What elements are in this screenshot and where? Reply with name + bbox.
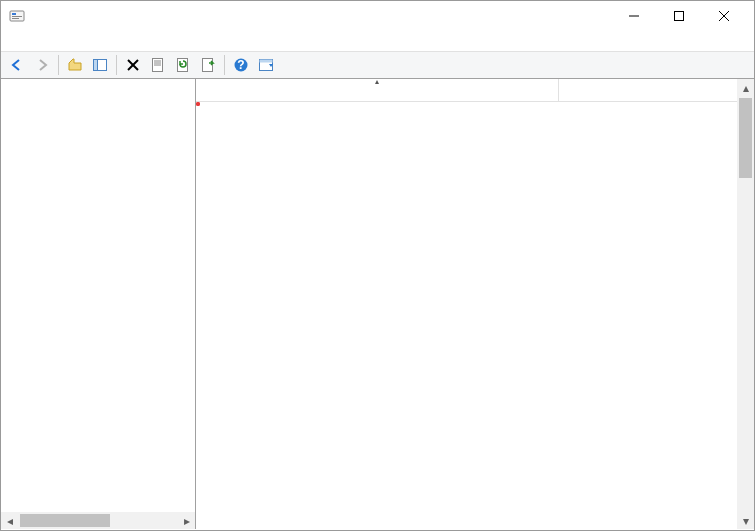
- scroll-right-arrow[interactable]: ▸: [178, 512, 195, 529]
- scroll-thumb[interactable]: [18, 512, 178, 529]
- maximize-button[interactable]: [656, 2, 701, 31]
- list-vertical-scrollbar[interactable]: ▴ ▾: [737, 79, 754, 529]
- show-hide-tree-button[interactable]: [88, 53, 112, 77]
- svg-rect-5: [674, 12, 683, 21]
- menu-help[interactable]: [43, 39, 55, 43]
- delete-button[interactable]: [121, 53, 145, 77]
- menu-bar: [1, 31, 754, 51]
- app-icon: [9, 8, 25, 24]
- help-button[interactable]: ?: [229, 53, 253, 77]
- main-content: ◂ ▸ ▴ ▾: [1, 79, 754, 529]
- back-button[interactable]: [5, 53, 29, 77]
- menu-action[interactable]: [19, 39, 31, 43]
- menu-file[interactable]: [7, 39, 19, 43]
- title-bar: [1, 1, 754, 31]
- svg-text:?: ?: [237, 58, 244, 72]
- toolbar: ?: [1, 51, 754, 79]
- toolbar-separator: [116, 55, 117, 75]
- svg-rect-2: [12, 16, 22, 17]
- policy-list-panel: ▴ ▾: [196, 79, 754, 529]
- highlight-annotation: [196, 102, 200, 106]
- svg-rect-1: [12, 13, 16, 15]
- tree-panel: ◂ ▸: [1, 79, 196, 529]
- scroll-thumb[interactable]: [737, 96, 754, 512]
- column-policy[interactable]: [196, 79, 559, 101]
- properties-button[interactable]: [146, 53, 170, 77]
- svg-rect-17: [203, 59, 213, 72]
- export-button[interactable]: [196, 53, 220, 77]
- scroll-up-arrow[interactable]: ▴: [737, 79, 754, 96]
- svg-rect-21: [260, 60, 273, 63]
- scroll-down-arrow[interactable]: ▾: [737, 512, 754, 529]
- refresh-button[interactable]: [171, 53, 195, 77]
- forward-button[interactable]: [30, 53, 54, 77]
- tree-horizontal-scrollbar[interactable]: ◂ ▸: [1, 512, 195, 529]
- toolbar-separator: [224, 55, 225, 75]
- scroll-left-arrow[interactable]: ◂: [1, 512, 18, 529]
- filter-options-button[interactable]: [254, 53, 278, 77]
- list-body: [196, 102, 754, 529]
- svg-rect-3: [12, 18, 19, 19]
- close-button[interactable]: [701, 2, 746, 31]
- list-header: [196, 79, 754, 102]
- up-button[interactable]: [63, 53, 87, 77]
- minimize-button[interactable]: [611, 2, 656, 31]
- column-security[interactable]: [559, 79, 754, 101]
- svg-rect-9: [94, 60, 98, 71]
- toolbar-separator: [58, 55, 59, 75]
- menu-view[interactable]: [31, 39, 43, 43]
